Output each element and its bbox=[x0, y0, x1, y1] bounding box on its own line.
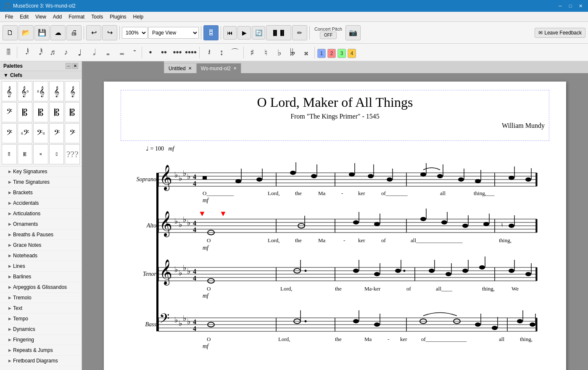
voice-3-button[interactable]: 3 bbox=[338, 49, 346, 58]
tab-untitled-close[interactable]: ✕ bbox=[188, 66, 192, 71]
screenshot-button[interactable]: 📷 bbox=[345, 25, 361, 40]
treble-clef-v-btn[interactable]: 𝄞 bbox=[65, 81, 80, 101]
bass-clef-8vb-btn[interactable]: 𝄢8 bbox=[33, 123, 48, 143]
eighth-note-button[interactable]: ♪ bbox=[60, 46, 72, 59]
menu-view[interactable]: View bbox=[32, 13, 50, 21]
step-mode-button[interactable]: ✏ bbox=[292, 25, 307, 40]
treble-clef-btn[interactable]: 𝄞 bbox=[2, 81, 17, 101]
menu-help[interactable]: Help bbox=[130, 13, 147, 21]
baritone-clef-btn[interactable]: 𝄡 bbox=[49, 102, 64, 122]
quarter-note-button[interactable]: ♩ bbox=[74, 46, 85, 59]
maximize-button[interactable]: □ bbox=[566, 2, 575, 10]
palette-noteheads[interactable]: ▶ Noteheads bbox=[0, 251, 82, 261]
perc-clef-2-btn[interactable]: 𝄦 bbox=[49, 144, 64, 164]
play-button[interactable]: ▶ bbox=[237, 26, 251, 40]
menu-edit[interactable]: Edit bbox=[16, 13, 32, 21]
new-file-button[interactable]: 🗋 bbox=[3, 25, 18, 40]
flat-button[interactable]: ♭ bbox=[273, 46, 285, 59]
voice-2-button[interactable]: 2 bbox=[327, 49, 336, 58]
close-button[interactable]: ✕ bbox=[576, 2, 585, 10]
palette-fretboard[interactable]: ▶ Fretboard Diagrams bbox=[0, 356, 82, 366]
bass-clef-8va-btn[interactable]: 8𝄢 bbox=[18, 123, 33, 143]
natural-button[interactable]: ♮ bbox=[260, 46, 272, 59]
concert-pitch-toggle[interactable]: OFF bbox=[320, 32, 337, 39]
menu-add[interactable]: Add bbox=[50, 13, 65, 21]
treble-clef-8vb-btn[interactable]: 𝄞8 bbox=[18, 81, 33, 101]
64th-note-button[interactable]: 𝅘𝅥𝅲 bbox=[20, 46, 32, 59]
undo-button[interactable]: ↩ bbox=[86, 25, 101, 40]
palette-brackets[interactable]: ▶ Brackets bbox=[0, 188, 82, 198]
voice-1-button[interactable]: 1 bbox=[317, 49, 326, 58]
double-whole-button[interactable]: 𝅜 bbox=[114, 46, 126, 59]
palette-barlines[interactable]: ▶ Barlines bbox=[0, 272, 82, 282]
open-file-button[interactable]: 📂 bbox=[18, 25, 34, 40]
window-controls[interactable]: ─ □ ✕ bbox=[556, 2, 585, 10]
bass-clef-15ma-btn[interactable]: 𝄢 bbox=[49, 123, 64, 143]
alto-clef-btn[interactable]: 𝄡 bbox=[18, 102, 33, 122]
flip-button[interactable]: ↕ bbox=[216, 46, 227, 59]
save-online-button[interactable]: ☁ bbox=[50, 25, 66, 40]
tie-button[interactable]: ⌒ bbox=[229, 46, 241, 59]
palette-lines[interactable]: ▶ Lines bbox=[0, 261, 82, 272]
half-note-button[interactable]: 𝅗𝅥 bbox=[87, 46, 99, 59]
rewind-button[interactable]: ⏮ bbox=[223, 26, 237, 40]
redo-button[interactable]: ↪ bbox=[102, 25, 117, 40]
tab-ws-mund-close[interactable]: ✕ bbox=[233, 66, 237, 71]
palette-grace-notes[interactable]: ▶ Grace Notes bbox=[0, 240, 82, 251]
palette-time-signatures[interactable]: ▶ Time Signatures bbox=[0, 177, 82, 188]
clefs-header[interactable]: ▼ Clefs bbox=[0, 71, 82, 79]
whole-note-button[interactable]: 𝅝 bbox=[100, 46, 112, 59]
score-area[interactable]: Untitled ✕ Ws-mund-ol2 ✕ O Lord, Maker o… bbox=[82, 61, 588, 370]
tab-ws-mund[interactable]: Ws-mund-ol2 ✕ bbox=[196, 63, 241, 73]
print-button[interactable]: 🖨 bbox=[66, 25, 82, 40]
palette-text[interactable]: ▶ Text bbox=[0, 303, 82, 314]
mezzo-clef-btn[interactable]: 𝄢 bbox=[2, 102, 17, 122]
palette-tremolo[interactable]: ▶ Tremolo bbox=[0, 293, 82, 303]
soprano-clef-btn[interactable]: 𝄡 bbox=[65, 102, 80, 122]
perc-clef-btn[interactable]: 𝄥 bbox=[33, 144, 48, 164]
treble-clef-15ma-btn[interactable]: 𝄞 bbox=[49, 81, 64, 101]
transport-bar-buttons[interactable]: ▐▌▐▌ bbox=[266, 25, 291, 40]
palette-key-signatures[interactable]: ▶ Key Signatures bbox=[0, 166, 82, 177]
minimize-button[interactable]: ─ bbox=[556, 2, 564, 10]
menu-plugins[interactable]: Plugins bbox=[106, 13, 129, 21]
dot-button[interactable]: • bbox=[145, 46, 156, 59]
tab-clef-btn[interactable]: 𝄝 bbox=[2, 144, 17, 164]
palette-accidentals[interactable]: ▶ Accidentals bbox=[0, 198, 82, 209]
breve-button[interactable]: 𝄻 bbox=[127, 46, 139, 59]
palette-minimize-button[interactable]: ─ bbox=[66, 63, 71, 69]
double-sharp-button[interactable]: 𝄪 bbox=[300, 46, 312, 59]
treble-clef-8va-btn[interactable]: 8𝄞 bbox=[33, 81, 48, 101]
save-button[interactable]: 💾 bbox=[34, 25, 50, 40]
mixer-button[interactable]: 🎛 bbox=[203, 25, 219, 40]
double-flat-button[interactable]: 𝄫 bbox=[287, 46, 298, 59]
question-clef-btn[interactable]: ??? bbox=[65, 144, 80, 164]
palette-controls[interactable]: ─ ✕ bbox=[66, 63, 78, 69]
palette-tempo[interactable]: ▶ Tempo bbox=[0, 314, 82, 324]
triple-dot-button[interactable]: ••• bbox=[171, 46, 183, 59]
view-mode-select[interactable]: Page View Continuous View bbox=[148, 27, 199, 39]
32nd-note-button[interactable]: 𝅘𝅥𝅱 bbox=[33, 46, 45, 59]
loop-button[interactable]: 🔄 bbox=[252, 26, 265, 40]
bass-clef-btn[interactable]: 𝄢 bbox=[2, 123, 17, 143]
feedback-button[interactable]: ✉ Leave Feedback bbox=[535, 28, 585, 38]
16th-note-button[interactable]: ♬ bbox=[47, 46, 58, 59]
menu-file[interactable]: File bbox=[2, 13, 16, 21]
palette-close-button[interactable]: ✕ bbox=[72, 63, 78, 69]
palette-ornaments[interactable]: ▶ Ornaments bbox=[0, 219, 82, 230]
bass-clef-sub-btn[interactable]: 𝄢 bbox=[65, 123, 80, 143]
palette-arpeggios[interactable]: ▶ Arpeggios & Glissandos bbox=[0, 282, 82, 293]
zoom-select[interactable]: 100% 75% 125% 150% bbox=[122, 27, 148, 39]
palette-articulations[interactable]: ▶ Articulations bbox=[0, 209, 82, 219]
palette-dynamics[interactable]: ▶ Dynamics bbox=[0, 324, 82, 335]
tab-untitled[interactable]: Untitled ✕ bbox=[164, 63, 196, 73]
double-dot-button[interactable]: •• bbox=[158, 46, 170, 59]
sharp-button[interactable]: ♯ bbox=[246, 46, 258, 59]
note-input-button[interactable]: 𝄝 bbox=[3, 46, 14, 59]
palette-repeats-jumps[interactable]: ▶ Repeats & Jumps bbox=[0, 345, 82, 356]
menu-format[interactable]: Format bbox=[65, 13, 88, 21]
quad-dot-button[interactable]: •••• bbox=[185, 46, 197, 59]
menu-tools[interactable]: Tools bbox=[88, 13, 106, 21]
tab-clef-2-btn[interactable]: 𝄡 bbox=[18, 144, 33, 164]
tenor-clef-btn[interactable]: 𝄡 bbox=[33, 102, 48, 122]
